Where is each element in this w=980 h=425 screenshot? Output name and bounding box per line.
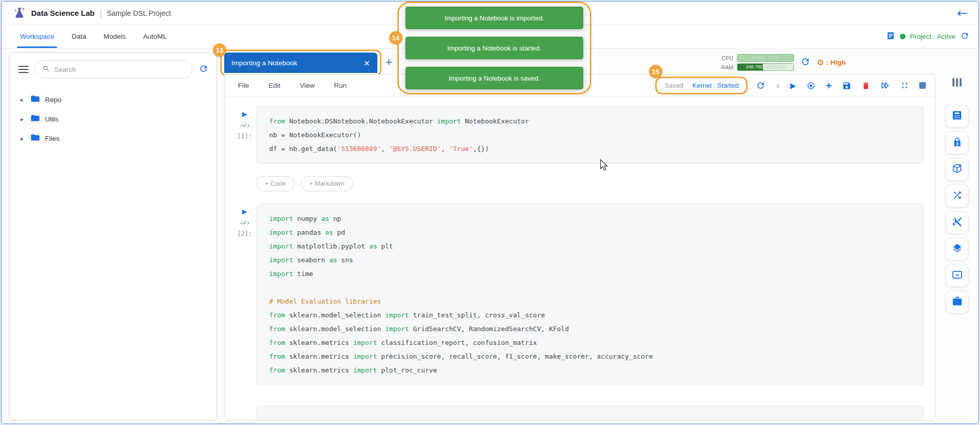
- code-editor[interactable]: [256, 406, 924, 420]
- kernel-status-group: Saved Kernel : Started 15: [657, 79, 746, 92]
- notebook-tab[interactable]: Importing a Notebook ×: [224, 53, 377, 73]
- notebook-refresh-icon[interactable]: [756, 81, 766, 90]
- rail-button-layers[interactable]: [946, 238, 968, 260]
- project-status-cluster: Project : Active: [886, 31, 969, 42]
- right-toolbar: $ ∞: [941, 74, 973, 420]
- project-log-icon[interactable]: [886, 31, 895, 42]
- stop-kernel-icon[interactable]: [919, 82, 926, 89]
- nav-tab-automl[interactable]: AutoML: [143, 33, 167, 40]
- cell-gutter: [233, 406, 256, 420]
- scissors-icon: [952, 216, 963, 229]
- menu-icon[interactable]: [18, 66, 29, 73]
- expand-caret-icon[interactable]: ▸: [20, 96, 26, 104]
- cpu-meter: 0.000 / 2.500: [737, 54, 794, 62]
- annotation-badge-14: 14: [389, 31, 402, 44]
- add-cell-icon[interactable]: +: [826, 80, 832, 91]
- execution-count: [1]:: [237, 133, 252, 140]
- close-tab-icon[interactable]: ×: [360, 58, 370, 68]
- explorer-refresh-icon[interactable]: [199, 64, 208, 76]
- layers-icon: [952, 243, 963, 256]
- executed-check-icon: ‹✓›: [240, 121, 249, 129]
- menu-run[interactable]: Run: [334, 82, 347, 89]
- add-code-button[interactable]: + Code: [256, 176, 295, 191]
- run-cell-icon[interactable]: ▶: [242, 208, 247, 215]
- back-arrow-icon[interactable]: ←: [957, 7, 967, 19]
- notebook-panel: File Edit View Run Saved Kernel : Starte…: [224, 74, 936, 420]
- folder-icon: [31, 114, 40, 124]
- tree-item-utils[interactable]: ▸ Utils: [20, 109, 211, 129]
- fullscreen-icon[interactable]: [900, 81, 909, 90]
- gear-icon: ⚙: [817, 58, 824, 67]
- expand-caret-icon[interactable]: ▸: [20, 115, 26, 123]
- file-explorer-panel: ▸ Repo ▸ Utils ▸ Files: [9, 53, 217, 420]
- tree-item-repo[interactable]: ▸ Repo: [20, 90, 211, 109]
- rail-button-calculator[interactable]: [946, 105, 968, 128]
- save-notebook-icon[interactable]: [842, 81, 851, 90]
- interrupt-kernel-icon[interactable]: [806, 81, 816, 90]
- app-logo-flask-icon: [13, 7, 26, 20]
- execution-count: [2]:: [237, 230, 252, 237]
- cpu-value: 0.000 / 2.500: [737, 55, 794, 61]
- toast-imported: Importing a Notebook is imported.: [405, 7, 583, 29]
- executed-check-icon: ‹✓›: [240, 219, 249, 227]
- priority-indicator: ⚙ : High: [817, 58, 846, 67]
- toast-stack: Importing a Notebook is imported. Import…: [405, 7, 583, 97]
- cells-area: ▶ ‹✓› [1]: from Notebook.DSNotebook.Note…: [225, 97, 935, 420]
- nav-tab-workspace[interactable]: Workspace: [20, 33, 54, 40]
- menu-file[interactable]: File: [238, 82, 249, 89]
- rail-button-scissors[interactable]: [946, 211, 968, 234]
- rail-button-package-gear[interactable]: [946, 158, 968, 181]
- ram-value: 248.780 / 4048.000: [737, 64, 794, 70]
- new-tab-button[interactable]: +: [386, 56, 392, 69]
- project-status-label: Project : Active: [910, 33, 955, 40]
- tree-item-files[interactable]: ▸ Files: [20, 129, 211, 148]
- notebook-toolbar-right: Saved Kernel : Started 15 ‹ ▶ +: [657, 79, 926, 92]
- tree-item-label: Utils: [45, 115, 58, 123]
- app-title: Data Science Lab: [31, 9, 94, 17]
- package-gear-icon: [951, 163, 963, 176]
- add-markdown-button[interactable]: + Markdown: [301, 176, 353, 191]
- delete-cell-icon[interactable]: [862, 81, 870, 90]
- annotation-badge-13: 13: [213, 43, 226, 57]
- rail-button-briefcase[interactable]: [946, 291, 968, 313]
- search-input[interactable]: [54, 66, 185, 73]
- resources-refresh-icon[interactable]: [800, 57, 810, 69]
- run-cell-icon[interactable]: ▶: [242, 110, 247, 118]
- panel-toggle-icon[interactable]: [952, 78, 962, 87]
- search-box[interactable]: [35, 60, 193, 79]
- ram-label: RAM:: [719, 64, 734, 70]
- run-cell-icon[interactable]: ▶: [790, 81, 796, 90]
- explorer-toolbar: [9, 53, 217, 84]
- nav-tabs: Workspace Data Models AutoML: [20, 33, 167, 40]
- nav-tab-data[interactable]: Data: [71, 33, 86, 40]
- project-refresh-icon[interactable]: [960, 31, 969, 42]
- code-editor[interactable]: from Notebook.DSNotebook.NotebookExecuto…: [256, 106, 924, 164]
- search-icon: [42, 65, 50, 74]
- notebook-cell-2: ▶ ‹✓› [2]: import numpy as npimport pand…: [233, 204, 924, 385]
- code-editor[interactable]: import numpy as npimport pandas as pdimp…: [256, 204, 924, 385]
- notebook-tab-title: Importing a Notebook: [231, 59, 360, 67]
- chevron-left-icon[interactable]: ‹: [776, 81, 780, 91]
- rail-button-infinity[interactable]: ∞: [946, 264, 968, 287]
- infinity-box-icon: ∞: [951, 269, 963, 283]
- expand-caret-icon[interactable]: ▸: [20, 135, 26, 142]
- add-cell-row: + Code + Markdown: [256, 176, 924, 191]
- menu-view[interactable]: View: [300, 82, 315, 89]
- briefcase-icon: [952, 296, 963, 309]
- title-separator: |: [100, 9, 102, 17]
- resource-cluster: CPU: 0.000 / 2.500 RAM: 248.780 / 4048.0…: [719, 54, 846, 71]
- rail-button-lock-dollar[interactable]: $: [946, 132, 968, 154]
- cpu-label: CPU:: [719, 55, 734, 61]
- svg-text:$: $: [955, 141, 958, 145]
- cell-gutter: ▶ ‹✓› [1]:: [233, 106, 256, 164]
- ram-meter: 248.780 / 4048.000: [737, 63, 794, 71]
- notebook-workspace: Importing a Notebook × 13 + CPU: 0.000 /…: [224, 53, 936, 420]
- tree-item-label: Repo: [45, 96, 61, 104]
- resource-meters: CPU: 0.000 / 2.500 RAM: 248.780 / 4048.0…: [719, 54, 794, 71]
- menu-edit[interactable]: Edit: [269, 82, 280, 89]
- svg-text:∞: ∞: [955, 272, 959, 278]
- nav-tab-models[interactable]: Models: [104, 33, 126, 40]
- run-all-icon[interactable]: [880, 81, 890, 90]
- kernel-status-label: Kernel : Started: [692, 82, 738, 89]
- rail-button-shuffle[interactable]: [946, 185, 968, 207]
